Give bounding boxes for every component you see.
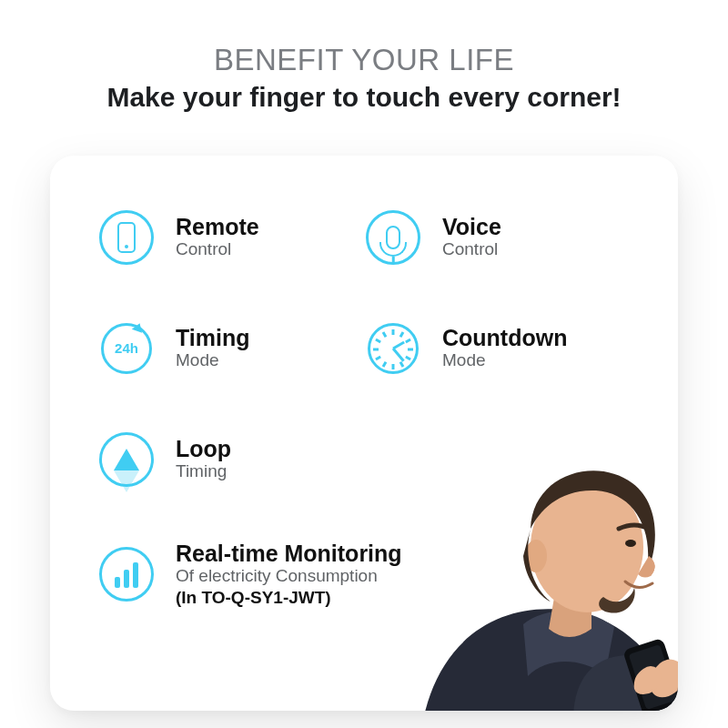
feature-loop: Loop Timing — [97, 430, 364, 489]
timer-24h-icon: 24h — [97, 319, 156, 378]
feature-monitoring: Real-time Monitoring Of electricity Cons… — [97, 541, 631, 608]
mic-icon — [364, 208, 422, 267]
headline: BENEFIT YOUR LIFE — [214, 44, 514, 76]
feature-subtitle: Control — [176, 240, 259, 259]
feature-title: Timing — [176, 326, 249, 349]
feature-subtitle: Control — [442, 240, 501, 259]
feature-title: Countdown — [442, 326, 567, 349]
feature-title: Real-time Monitoring — [176, 541, 402, 565]
bar-chart-icon — [97, 545, 156, 603]
feature-timing: 24h Timing Mode — [97, 319, 364, 378]
feature-remote: Remote Control — [97, 208, 364, 267]
feature-title: Remote — [176, 215, 259, 238]
svg-rect-4 — [622, 638, 678, 711]
feature-countdown: Countdown Mode — [364, 319, 631, 378]
phone-icon — [97, 208, 156, 267]
features-grid: Remote Control Voice Control 24h Timing … — [97, 208, 631, 608]
subheadline: Make your finger to touch every corner! — [106, 82, 621, 114]
feature-note: (In TO-Q-SY1-JWT) — [176, 588, 402, 608]
features-card: Remote Control Voice Control 24h Timing … — [50, 156, 678, 711]
svg-rect-5 — [629, 644, 678, 710]
feature-voice: Voice Control — [364, 208, 631, 267]
feature-subtitle: Mode — [176, 351, 249, 370]
feature-title: Loop — [176, 437, 231, 460]
feature-subtitle: Mode — [442, 351, 567, 370]
clock-icon — [364, 319, 422, 378]
feature-subtitle: Of electricity Consumption — [176, 567, 402, 586]
feature-subtitle: Timing — [176, 462, 231, 481]
feature-title: Voice — [442, 215, 501, 238]
hourglass-icon — [97, 430, 156, 489]
